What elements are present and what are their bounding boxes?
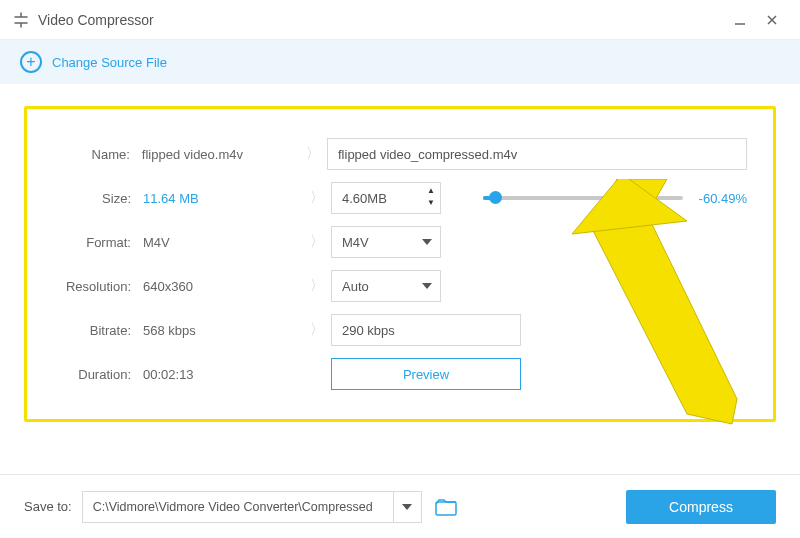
open-folder-button[interactable] bbox=[432, 495, 460, 519]
slider-thumb[interactable] bbox=[489, 191, 502, 204]
row-resolution: Resolution: 640x360 〉 Auto bbox=[53, 269, 747, 303]
resolution-select[interactable]: Auto bbox=[331, 270, 441, 302]
title-bar: Video Compressor bbox=[0, 0, 800, 40]
chevron-right-icon: 〉 bbox=[303, 321, 331, 339]
format-select[interactable]: M4V bbox=[331, 226, 441, 258]
change-source-link[interactable]: Change Source File bbox=[52, 55, 167, 70]
source-bar: + Change Source File bbox=[0, 40, 800, 84]
label-duration: Duration: bbox=[53, 367, 131, 382]
chevron-right-icon: 〉 bbox=[299, 145, 327, 163]
preview-button[interactable]: Preview bbox=[331, 358, 521, 390]
row-name: Name: flipped video.m4v 〉 bbox=[53, 137, 747, 171]
label-resolution: Resolution: bbox=[53, 279, 131, 294]
size-down-button[interactable]: ▼ bbox=[425, 197, 437, 208]
orig-bitrate: 568 kbps bbox=[143, 323, 303, 338]
name-input[interactable] bbox=[327, 138, 747, 170]
chevron-right-icon: 〉 bbox=[303, 277, 331, 295]
size-up-button[interactable]: ▲ bbox=[425, 185, 437, 196]
row-format: Format: M4V 〉 M4V bbox=[53, 225, 747, 259]
label-bitrate: Bitrate: bbox=[53, 323, 131, 338]
footer: Save to: C:\Vidmore\Vidmore Video Conver… bbox=[0, 474, 800, 538]
compress-button[interactable]: Compress bbox=[626, 490, 776, 524]
app-title: Video Compressor bbox=[38, 12, 724, 28]
row-size: Size: 11.64 MB 〉 ▲ ▼ -60.49% bbox=[53, 181, 747, 215]
size-slider[interactable] bbox=[483, 196, 683, 200]
minimize-button[interactable] bbox=[724, 4, 756, 36]
orig-resolution: 640x360 bbox=[143, 279, 303, 294]
chevron-right-icon: 〉 bbox=[303, 233, 331, 251]
close-button[interactable] bbox=[756, 4, 788, 36]
settings-panel: Name: flipped video.m4v 〉 Size: 11.64 MB… bbox=[24, 106, 776, 422]
bitrate-input[interactable] bbox=[331, 314, 521, 346]
orig-format: M4V bbox=[143, 235, 303, 250]
add-source-icon[interactable]: + bbox=[20, 51, 42, 73]
save-path-dropdown[interactable] bbox=[393, 492, 421, 522]
label-format: Format: bbox=[53, 235, 131, 250]
orig-name: flipped video.m4v bbox=[142, 147, 300, 162]
label-size: Size: bbox=[53, 191, 131, 206]
app-icon bbox=[12, 11, 30, 29]
orig-duration: 00:02:13 bbox=[143, 367, 303, 382]
annotation-arrow-icon bbox=[547, 179, 767, 439]
size-percent: -60.49% bbox=[699, 191, 747, 206]
label-name: Name: bbox=[53, 147, 130, 162]
row-bitrate: Bitrate: 568 kbps 〉 bbox=[53, 313, 747, 347]
save-path-field: C:\Vidmore\Vidmore Video Converter\Compr… bbox=[82, 491, 422, 523]
svg-rect-3 bbox=[436, 502, 456, 515]
save-to-label: Save to: bbox=[24, 499, 72, 514]
save-path-text: C:\Vidmore\Vidmore Video Converter\Compr… bbox=[83, 500, 393, 514]
orig-size: 11.64 MB bbox=[143, 191, 303, 206]
chevron-right-icon: 〉 bbox=[303, 189, 331, 207]
row-duration: Duration: 00:02:13 〉 Preview bbox=[53, 357, 747, 391]
